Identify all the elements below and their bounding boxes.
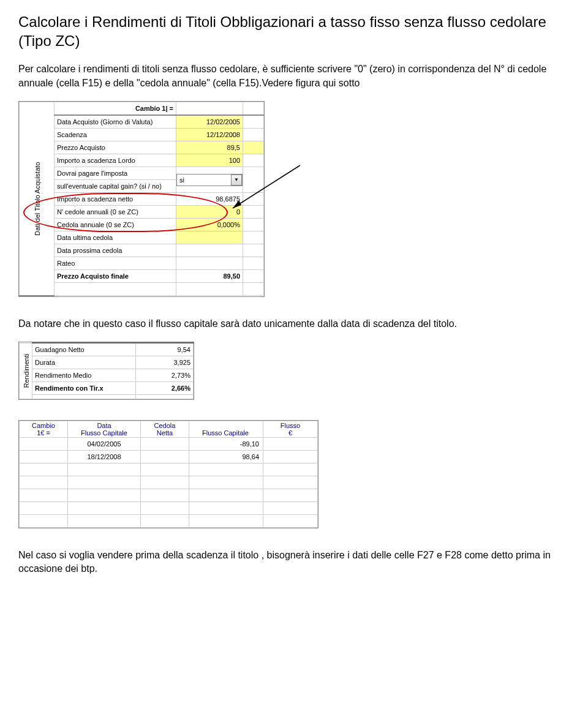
table-row: 18/12/2008 98,64 — [20, 451, 318, 463]
row-prezzo-finale-value: 89,50 — [176, 270, 243, 283]
table-row: 04/02/2005 -89,10 — [20, 438, 318, 451]
row-rendimento-medio-value: 2,73% — [136, 369, 194, 382]
spreadsheet-flussi: Cambio1€ = DataFlusso Capitale CedolaNet… — [18, 420, 318, 528]
col-header-data: DataFlusso Capitale — [68, 421, 141, 438]
row-imposta-label-2: sull'eventuale capital gain? (si / no) — [55, 180, 176, 193]
row-n-cedole-label: N' cedole annuali (0 se ZC) — [55, 206, 176, 219]
row-guadagno-label: Guadagno Netto — [32, 343, 136, 356]
row-data-ultima-cedola-label: Data ultima cedola — [55, 231, 176, 244]
row-guadagno-value: 9,54 — [136, 343, 194, 356]
row-importo-lordo-label: Importo a scadenza Lordo — [55, 154, 176, 167]
page-title: Calcolare i Rendimenti di Titoli Obbliga… — [18, 12, 570, 50]
row-n-cedole-value[interactable]: 0 — [176, 206, 243, 219]
table-row — [20, 463, 318, 476]
row-scadenza-label: Scadenza — [55, 129, 176, 141]
paragraph-2: Da notare che in questo caso il flusso c… — [18, 317, 570, 331]
col-header-flusso-euro: Flusso€ — [263, 421, 318, 438]
section-label-acquistato: Dati del Titolo Acquistato — [20, 102, 55, 296]
table-row — [20, 476, 318, 489]
row-cedola-annuale-value[interactable]: 0,000% — [176, 219, 243, 231]
row-durata-label: Durata — [32, 356, 136, 369]
row-imposta-label-1: Dovrai pagare l'imposta — [55, 167, 176, 180]
row-importo-netto-label: Importo a scadenza netto — [55, 193, 176, 206]
row-rateo-label: Rateo — [55, 257, 176, 270]
col-header-flusso-capitale: Flusso Capitale — [189, 421, 263, 438]
row-prezzo-acquisto-value[interactable]: 89,5 — [176, 141, 243, 154]
figure-1: Dati del Titolo Acquistato Cambio 1| = D… — [18, 101, 570, 299]
table-row — [20, 502, 318, 515]
row-scadenza-value[interactable]: 12/12/2008 — [176, 129, 243, 141]
flow-date-1: 04/02/2005 — [68, 438, 141, 451]
spreadsheet-acquisto: Dati del Titolo Acquistato Cambio 1| = D… — [18, 101, 265, 297]
row-data-prossima-cedola-value — [176, 244, 243, 257]
intro-paragraph: Per calcolare i rendimenti di titoli sen… — [18, 62, 570, 90]
row-data-acquisto-label: Data Acquisto (Giorno di Valuta) — [55, 115, 176, 129]
flow-value-1: -89,10 — [189, 438, 263, 451]
row-prezzo-finale-label: Prezzo Acquisto finale — [55, 270, 176, 283]
table-row — [20, 489, 318, 502]
row-rateo-value — [176, 257, 243, 270]
paragraph-3: Nel caso si voglia vendere prima della s… — [18, 549, 570, 576]
row-rendimento-tir-label: Rendimento con Tir.x — [32, 382, 136, 395]
row-cedola-annuale-label: Cedola annuale (0 se ZC) — [55, 219, 176, 231]
row-data-prossima-cedola-label: Data prossima cedola — [55, 244, 176, 257]
figure-3: Cambio1€ = DataFlusso Capitale CedolaNet… — [18, 420, 570, 530]
col-header-cedola: CedolaNetta — [141, 421, 189, 438]
row-importo-netto-value: 98,6875 — [176, 193, 243, 206]
capital-gain-dropdown[interactable]: si ▼ — [176, 174, 243, 186]
table-row — [20, 515, 318, 528]
row-data-acquisto-value[interactable]: 12/02/2005 — [176, 115, 243, 129]
row-importo-lordo-value[interactable]: 100 — [176, 154, 243, 167]
row-data-ultima-cedola-value[interactable] — [176, 231, 243, 244]
col-header-cambio: Cambio1€ = — [20, 421, 68, 438]
figure-2: Rendimenti Guadagno Netto 9,54 Durata 3,… — [18, 342, 570, 402]
row-rendimento-tir-value: 2,66% — [136, 382, 194, 395]
flow-value-2: 98,64 — [189, 451, 263, 463]
row-durata-value: 3,925 — [136, 356, 194, 369]
capital-gain-value: si — [177, 176, 231, 184]
section-label-rendimenti: Rendimenti — [20, 343, 32, 399]
row-prezzo-acquisto-label: Prezzo Acquisto — [55, 141, 176, 154]
row-rendimento-medio-label: Rendimento Medio — [32, 369, 136, 382]
spreadsheet-rendimenti: Rendimenti Guadagno Netto 9,54 Durata 3,… — [18, 342, 194, 400]
chevron-down-icon[interactable]: ▼ — [231, 174, 242, 186]
flow-date-2: 18/12/2008 — [68, 451, 141, 463]
cambio-label: Cambio 1| = — [55, 102, 176, 116]
